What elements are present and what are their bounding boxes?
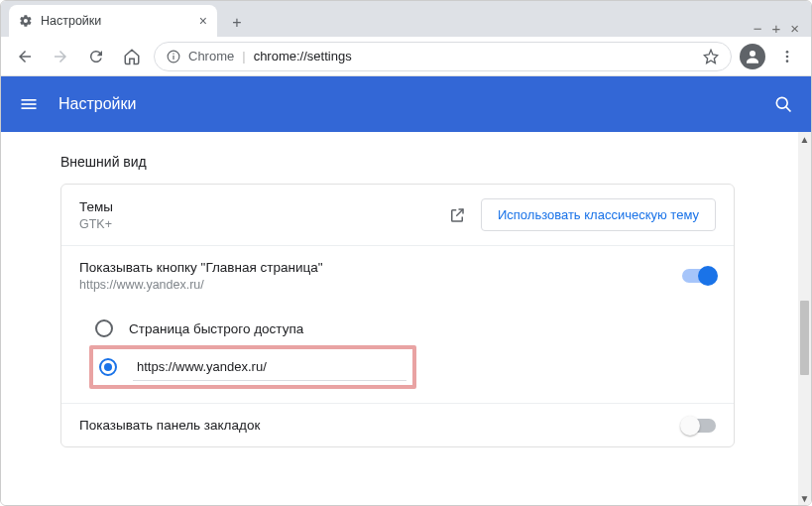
- hamburger-icon[interactable]: [19, 94, 39, 114]
- home-url-input[interactable]: [133, 353, 406, 381]
- bookmarks-bar-toggle[interactable]: [682, 419, 716, 433]
- radio-ntp[interactable]: [95, 319, 113, 337]
- scroll-thumb[interactable]: [800, 301, 809, 375]
- radio-custom-url[interactable]: [99, 358, 117, 376]
- svg-point-6: [786, 60, 789, 63]
- svg-rect-9: [22, 107, 37, 109]
- url-separator: |: [242, 49, 245, 63]
- url-scheme: Chrome: [188, 49, 234, 63]
- home-button-row: Показывать кнопку "Главная страница" htt…: [61, 246, 734, 306]
- home-button-title: Показывать кнопку "Главная страница": [79, 260, 682, 275]
- radio-ntp-row[interactable]: Страница быстрого доступа: [79, 312, 716, 345]
- site-info-icon[interactable]: [167, 50, 180, 63]
- gear-icon: [19, 14, 33, 28]
- svg-point-4: [786, 51, 789, 54]
- svg-point-3: [750, 51, 755, 57]
- scrollbar[interactable]: ▲ ▼: [798, 132, 811, 505]
- tab-title: Настройки: [41, 14, 101, 28]
- svg-rect-2: [173, 53, 174, 54]
- appearance-card: Темы GTK+ Использовать классическую тему…: [60, 184, 735, 447]
- bookmark-star-icon[interactable]: [703, 49, 719, 64]
- themes-sub: GTK+: [79, 217, 447, 231]
- browser-toolbar: Chrome | chrome://settings: [1, 37, 811, 76]
- home-button[interactable]: [118, 43, 146, 70]
- maximize-icon[interactable]: +: [771, 20, 780, 37]
- radio-ntp-label: Страница быстрого доступа: [129, 321, 303, 336]
- themes-row: Темы GTK+ Использовать классическую тему: [61, 185, 734, 246]
- svg-rect-1: [173, 55, 174, 59]
- bookmarks-bar-title: Показывать панель закладок: [79, 418, 682, 433]
- window-close-icon[interactable]: ×: [790, 20, 799, 37]
- themes-title: Темы: [79, 199, 447, 214]
- scroll-up-icon[interactable]: ▲: [798, 132, 811, 146]
- svg-line-11: [786, 107, 791, 112]
- url-text: chrome://settings: [254, 49, 352, 63]
- home-button-toggle[interactable]: [682, 269, 716, 283]
- svg-rect-8: [22, 103, 37, 105]
- use-classic-theme-button[interactable]: Использовать классическую тему: [481, 198, 716, 231]
- settings-header: Настройки: [1, 76, 811, 132]
- minimize-icon[interactable]: −: [754, 20, 762, 37]
- highlight-annotation: [89, 345, 416, 389]
- address-bar[interactable]: Chrome | chrome://settings: [154, 42, 732, 71]
- bookmarks-bar-row: Показывать панель закладок: [61, 404, 734, 446]
- page-title: Настройки: [58, 95, 136, 113]
- svg-rect-7: [22, 99, 37, 101]
- scroll-down-icon[interactable]: ▼: [798, 491, 811, 505]
- menu-button[interactable]: [773, 43, 801, 70]
- new-tab-button[interactable]: +: [223, 9, 251, 37]
- svg-point-10: [776, 97, 787, 108]
- profile-avatar[interactable]: [740, 44, 765, 69]
- window-controls: − + ×: [754, 16, 811, 37]
- home-page-options: Страница быстрого доступа: [61, 306, 734, 404]
- section-appearance-title: Внешний вид: [60, 154, 735, 170]
- open-external-icon[interactable]: [447, 205, 467, 225]
- svg-point-5: [786, 55, 789, 58]
- page-area: Настройки Внешний вид Темы GTK+ Использо…: [1, 76, 811, 505]
- home-button-sub: https://www.yandex.ru/: [79, 278, 682, 292]
- tab-strip: Настройки × + − + ×: [1, 1, 811, 37]
- search-icon[interactable]: [773, 94, 793, 114]
- browser-tab[interactable]: Настройки ×: [9, 5, 217, 37]
- settings-content: Внешний вид Темы GTK+ Использовать класс…: [1, 132, 811, 505]
- reload-button[interactable]: [82, 43, 110, 70]
- forward-button[interactable]: [47, 43, 74, 70]
- close-icon[interactable]: ×: [199, 13, 207, 29]
- back-button[interactable]: [11, 43, 39, 70]
